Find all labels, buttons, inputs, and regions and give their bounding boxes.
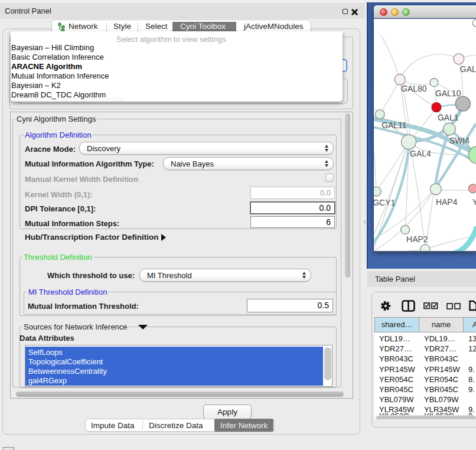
svg-text:SWI4: SWI4 — [449, 136, 470, 145]
svg-text:GAL4: GAL4 — [410, 149, 431, 158]
svg-text:GAL2: GAL2 — [460, 64, 476, 74]
svg-text:HAP2: HAP2 — [406, 234, 428, 244]
svg-text:GAL1: GAL1 — [438, 113, 459, 122]
svg-text:HAP4: HAP4 — [436, 197, 458, 207]
svg-text:Y: Y — [472, 197, 476, 207]
svg-text:GAL11: GAL11 — [382, 120, 407, 130]
svg-text:GAL10: GAL10 — [435, 89, 461, 98]
svg-text:GCY1: GCY1 — [374, 198, 395, 207]
svg-text:GAL80: GAL80 — [401, 84, 427, 93]
